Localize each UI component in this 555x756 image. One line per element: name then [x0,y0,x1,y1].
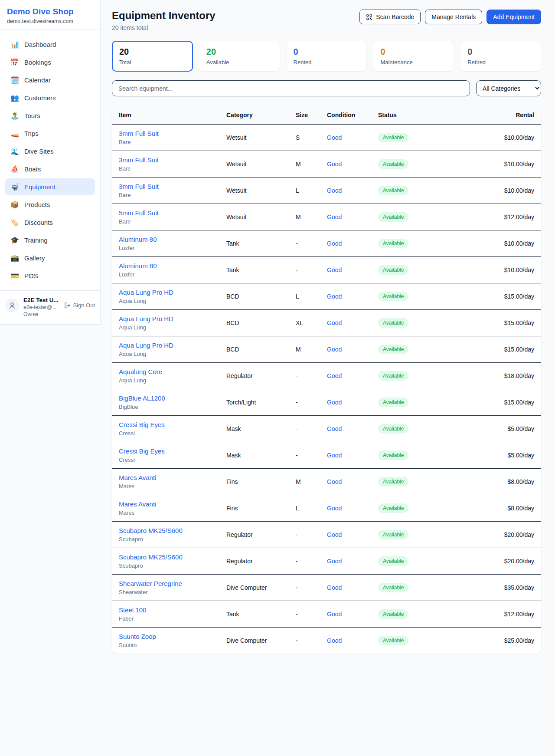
sidebar-item-bookings[interactable]: 📅 Bookings [5,54,95,71]
item-condition-link[interactable]: Good [327,452,342,459]
item-size: M [289,469,320,495]
sidebar-item-dashboard[interactable]: 📊 Dashboard [5,36,95,53]
item-condition-link[interactable]: Good [327,266,342,273]
main-content: Equipment Inventory 20 items total Scan … [101,0,555,756]
sidebar-item-trips[interactable]: 🚤 Trips [5,125,95,142]
item-name-link[interactable]: Aqua Lung Pro HD [119,289,212,296]
item-name-link[interactable]: Mares Avanti [119,474,212,481]
item-name-link[interactable]: 3mm Full Suit [119,130,212,137]
item-rental-rate: $15.00/day [449,310,541,336]
item-condition-link[interactable]: Good [327,293,342,300]
item-category: Regulator [219,522,289,548]
item-name-link[interactable]: Aqualung Core [119,368,212,375]
sidebar-item-gallery[interactable]: 📸 Gallery [5,250,95,266]
item-condition-link[interactable]: Good [327,134,342,141]
add-equipment-button[interactable]: Add Equipment [486,10,541,24]
item-name-link[interactable]: Aqua Lung Pro HD [119,342,212,349]
sidebar-item-calendar[interactable]: 🗓️ Calendar [5,72,95,89]
item-condition-link[interactable]: Good [327,425,342,432]
item-name-link[interactable]: BigBlue AL1200 [119,394,212,402]
item-name-link[interactable]: 5mm Full Suit [119,209,212,217]
sidebar-item-products[interactable]: 📦 Products [5,196,95,213]
status-badge: Available [378,398,408,407]
item-name-link[interactable]: Scubapro MK25/S600 [119,527,212,534]
item-condition-link[interactable]: Good [327,187,342,194]
category-select[interactable]: All Categories [476,80,541,96]
item-rental-rate: $5.00/day [449,442,541,469]
sidebar-item-training[interactable]: 🎓 Training [5,232,95,249]
item-category: Torch/Light [219,389,289,416]
item-rental-rate: $10.00/day [449,177,541,204]
manage-rentals-button[interactable]: Manage Rentals [425,10,482,24]
item-brand: BigBlue [119,404,212,410]
sign-out-button[interactable]: Sign Out [64,302,95,309]
item-name-link[interactable]: Aqua Lung Pro HD [119,315,212,322]
stat-card-maintenance[interactable]: 0 Maintenance [373,41,454,72]
item-name-link[interactable]: Aluminum 80 [119,262,212,270]
item-name-link[interactable]: Cressi Big Eyes [119,447,212,455]
item-name-link[interactable]: Suunto Zoop [119,633,212,640]
stat-value: 0 [294,47,360,57]
discounts-icon: 🏷️ [10,218,19,227]
item-brand: Cressi [119,430,212,437]
item-brand: Faber [119,615,212,622]
item-condition-link[interactable]: Good [327,240,342,247]
item-brand: Scubapro [119,536,212,542]
search-input[interactable] [112,80,470,96]
sidebar-item-discounts[interactable]: 🏷️ Discounts [5,214,95,231]
item-name-link[interactable]: Mares Avanti [119,500,212,508]
item-condition-link[interactable]: Good [327,478,342,485]
stat-value: 0 [380,47,447,57]
item-size: - [289,628,320,654]
stat-card-available[interactable]: 20 Available [199,41,280,72]
stat-card-rented[interactable]: 0 Rented [286,41,367,72]
item-category: Wetsuit [219,204,289,230]
sidebar-item-pos[interactable]: 💳 POS [5,267,95,284]
col-header-condition: Condition [320,106,371,125]
item-name-link[interactable]: 3mm Full Suit [119,156,212,164]
item-name-link[interactable]: Shearwater Peregrine [119,580,212,587]
sidebar-item-equipment[interactable]: 🤿 Equipment [5,178,95,195]
boats-icon: ⛵ [10,165,19,173]
table-row: Aluminum 80 Luxfer Tank - Good Available… [112,257,541,283]
item-rental-rate: $5.00/day [449,416,541,442]
user-icon [8,302,16,309]
item-condition-link[interactable]: Good [327,637,342,644]
sidebar-item-label: Discounts [24,219,53,226]
item-condition-link[interactable]: Good [327,399,342,406]
sidebar-item-label: Gallery [24,254,45,262]
item-size: - [289,416,320,442]
item-name-link[interactable]: Scubapro MK25/S600 [119,553,212,561]
item-condition-link[interactable]: Good [327,531,342,538]
item-condition-link[interactable]: Good [327,161,342,168]
item-condition-link[interactable]: Good [327,346,342,353]
item-condition-link[interactable]: Good [327,372,342,379]
item-condition-link[interactable]: Good [327,611,342,618]
item-name-link[interactable]: Cressi Big Eyes [119,421,212,428]
item-condition-link[interactable]: Good [327,505,342,512]
stat-card-retired[interactable]: 0 Retired [460,41,541,72]
item-category: Dive Computer [219,628,289,654]
stat-value: 0 [467,47,534,57]
sidebar-item-tours[interactable]: 🏝️ Tours [5,107,95,124]
item-size: - [289,389,320,416]
item-name-link[interactable]: Aluminum 80 [119,236,212,243]
sidebar-item-boats[interactable]: ⛵ Boats [5,161,95,177]
item-condition-link[interactable]: Good [327,584,342,591]
item-condition-link[interactable]: Good [327,214,342,220]
item-condition-link[interactable]: Good [327,319,342,326]
stat-card-total[interactable]: 20 Total [112,41,193,72]
item-rental-rate: $10.00/day [449,230,541,257]
item-category: Tank [219,230,289,257]
item-name-link[interactable]: Steel 100 [119,606,212,614]
col-header-status: Status [371,106,449,125]
item-brand: Luxfer [119,271,212,278]
item-name-link[interactable]: 3mm Full Suit [119,183,212,190]
sidebar-item-customers[interactable]: 👥 Customers [5,89,95,106]
item-condition-link[interactable]: Good [327,558,342,565]
scan-barcode-button[interactable]: Scan Barcode [359,10,421,24]
sidebar-item-dive-sites[interactable]: 🌊 Dive Sites [5,143,95,160]
brand-domain: demo.test.divestreams.com [7,18,93,24]
item-rental-rate: $15.00/day [449,389,541,416]
item-brand: Bare [119,165,212,172]
